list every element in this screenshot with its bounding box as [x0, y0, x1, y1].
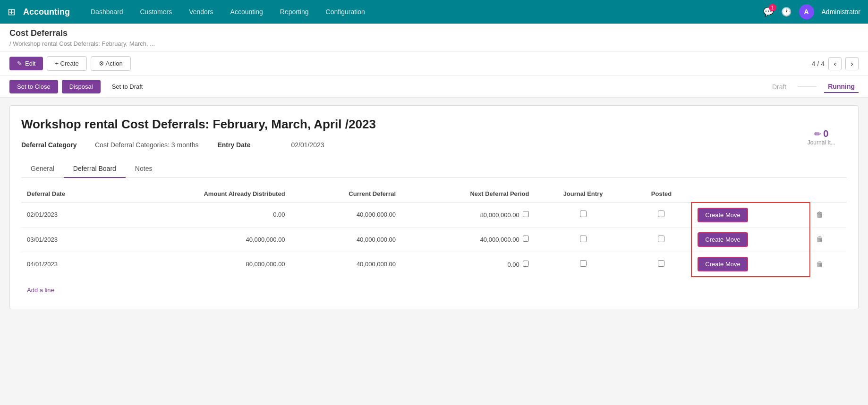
nav-item-dashboard[interactable]: Dashboard: [83, 4, 131, 19]
cell-create-move-0: Create Move: [691, 202, 810, 228]
journal-entry-checkbox-2[interactable]: [580, 260, 587, 267]
breadcrumb-sub[interactable]: / Workshop rental Cost Deferrals: Februa…: [9, 40, 859, 47]
action-button[interactable]: ⚙ Action: [91, 56, 131, 71]
journal-link[interactable]: ✏ 0 Journal It...: [808, 128, 835, 146]
create-move-button-2[interactable]: Create Move: [698, 257, 748, 271]
deferral-category-field: Deferral Category Cost Deferral Categori…: [21, 141, 198, 149]
nav-item-accounting[interactable]: Accounting: [223, 4, 271, 19]
cell-next-1: 40,000,000.00: [401, 227, 535, 252]
deferral-category-label: Deferral Category: [21, 141, 87, 149]
nav-item-reporting[interactable]: Reporting: [272, 4, 316, 19]
col-current-deferral: Current Deferral: [291, 186, 401, 202]
clock-button[interactable]: 🕐: [781, 7, 791, 17]
deferral-category-value: Cost Deferral Categories: 3 months: [95, 141, 198, 149]
col-deferral-date: Deferral Date: [21, 186, 115, 202]
entry-date-label: Entry Date: [217, 141, 283, 149]
notification-badge: 1: [769, 4, 776, 11]
posted-checkbox-2[interactable]: [658, 260, 664, 267]
breadcrumb-area: Cost Deferrals / Workshop rental Cost De…: [0, 24, 868, 51]
cell-create-move-2: Create Move: [691, 252, 810, 277]
cell-current-2: 40,000,000.00: [291, 252, 401, 277]
grid-icon[interactable]: ⊞: [8, 6, 16, 17]
cell-delete-1: 🗑: [810, 227, 847, 252]
next-period-checkbox-2[interactable]: [523, 261, 529, 267]
edit-icon: ✎: [17, 60, 22, 67]
entry-date-field: Entry Date 02/01/2023: [217, 141, 324, 149]
next-period-checkbox-0[interactable]: [523, 211, 529, 217]
status-pipeline: Draft Running: [768, 81, 859, 93]
nav-right: 💬 1 🕐 A Administrator: [763, 4, 860, 19]
col-posted: Posted: [631, 186, 692, 202]
delete-icon-2[interactable]: 🗑: [816, 260, 824, 268]
status-running[interactable]: Running: [824, 81, 859, 93]
journal-count: 0: [823, 128, 828, 139]
cell-amount-0: 0.00: [115, 202, 291, 228]
cell-posted-0: [631, 202, 692, 228]
pencil-icon: ✏: [814, 129, 821, 139]
col-delete: [810, 186, 847, 202]
cell-date-0: 02/01/2023: [21, 202, 115, 228]
col-amount-distributed: Amount Already Distributed: [115, 186, 291, 202]
journal-entry-checkbox-0[interactable]: [580, 211, 587, 217]
cell-delete-2: 🗑: [810, 252, 847, 277]
table-row: 02/01/2023 0.00 40,000,000.00 80,000,000…: [21, 202, 847, 228]
journal-entry-checkbox-1[interactable]: [580, 236, 587, 242]
cell-journal-1: [535, 227, 631, 252]
delete-icon-1[interactable]: 🗑: [816, 235, 824, 243]
notifications-button[interactable]: 💬 1: [763, 7, 774, 17]
journal-label: Journal It...: [808, 139, 835, 146]
cell-delete-0: 🗑: [810, 202, 847, 228]
pager: 4 / 4 ‹ ›: [812, 57, 859, 70]
table-row: 03/01/2023 40,000,000.00 40,000,000.00 4…: [21, 227, 847, 252]
top-navigation: ⊞ Accounting Dashboard Customers Vendors…: [0, 0, 868, 24]
statusbar: Set to Close Disposal Set to Draft Draft…: [0, 76, 868, 98]
admin-label: Administrator: [822, 8, 860, 16]
status-divider: [798, 86, 817, 87]
add-line-button[interactable]: Add a line: [21, 283, 60, 297]
cell-create-move-1: Create Move: [691, 227, 810, 252]
avatar: A: [799, 4, 814, 19]
nav-item-customers[interactable]: Customers: [133, 4, 180, 19]
set-to-draft-button[interactable]: Set to Draft: [104, 80, 151, 93]
cell-amount-1: 40,000,000.00: [115, 227, 291, 252]
posted-checkbox-0[interactable]: [658, 211, 664, 217]
cell-current-1: 40,000,000.00: [291, 227, 401, 252]
create-move-button-1[interactable]: Create Move: [698, 232, 748, 247]
create-button[interactable]: + Create: [47, 56, 86, 71]
form-fields: Deferral Category Cost Deferral Categori…: [21, 141, 847, 149]
main-content: ✏ 0 Journal It... Workshop rental Cost D…: [0, 98, 868, 317]
pager-text: 4 / 4: [812, 60, 825, 68]
status-draft[interactable]: Draft: [768, 81, 790, 93]
col-next-period: Next Deferral Period: [401, 186, 535, 202]
tab-deferral-board[interactable]: Deferral Board: [64, 160, 126, 178]
tab-notes[interactable]: Notes: [126, 160, 162, 178]
cell-posted-2: [631, 252, 692, 277]
pager-next-button[interactable]: ›: [845, 57, 859, 70]
nav-menu: Dashboard Customers Vendors Accounting R…: [83, 4, 759, 19]
posted-checkbox-1[interactable]: [658, 236, 664, 242]
col-journal-entry: Journal Entry: [535, 186, 631, 202]
cell-current-0: 40,000,000.00: [291, 202, 401, 228]
form-card-inner: ✏ 0 Journal It... Workshop rental Cost D…: [21, 117, 847, 297]
cell-journal-2: [535, 252, 631, 277]
nav-item-configuration[interactable]: Configuration: [318, 4, 373, 19]
form-title: Workshop rental Cost Deferrals: February…: [21, 117, 847, 132]
col-actions: [691, 186, 810, 202]
disposal-button[interactable]: Disposal: [62, 80, 101, 93]
edit-button[interactable]: ✎ Edit: [9, 57, 43, 70]
pager-prev-button[interactable]: ‹: [828, 57, 842, 70]
delete-icon-0[interactable]: 🗑: [816, 211, 824, 219]
create-move-button-0[interactable]: Create Move: [698, 208, 748, 222]
tab-general[interactable]: General: [21, 160, 64, 178]
next-period-checkbox-1[interactable]: [523, 236, 529, 242]
cell-posted-1: [631, 227, 692, 252]
toolbar: ✎ Edit + Create ⚙ Action 4 / 4 ‹ ›: [0, 51, 868, 76]
tabs: General Deferral Board Notes: [21, 160, 847, 178]
cell-journal-0: [535, 202, 631, 228]
deferral-table: Deferral Date Amount Already Distributed…: [21, 186, 847, 277]
cell-next-2: 0.00: [401, 252, 535, 277]
table-row: 04/01/2023 80,000,000.00 40,000,000.00 0…: [21, 252, 847, 277]
set-to-close-button[interactable]: Set to Close: [9, 80, 58, 93]
cell-next-0: 80,000,000.00: [401, 202, 535, 228]
nav-item-vendors[interactable]: Vendors: [181, 4, 221, 19]
